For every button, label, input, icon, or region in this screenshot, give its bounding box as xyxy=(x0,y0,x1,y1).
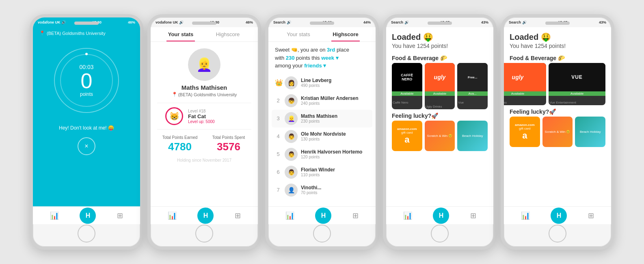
stats-screen: Your stats Highscore 👱‍♀️ Maths Mathisen… xyxy=(151,27,258,224)
lb-info-5: Henrik Halvorsen Hortemo 120 points xyxy=(301,149,369,159)
lb-row-5: 5 👨 Henrik Halvorsen Hortemo 120 points xyxy=(272,145,372,163)
lucky-amazon-5[interactable]: amazon.com gift card a xyxy=(510,117,540,147)
battery-4: 43% xyxy=(481,20,488,24)
offer-brand-ugly: Ugly Drinks xyxy=(425,105,455,109)
offer-card-nero[interactable]: CAFFÈ NERO Available 2x Free Coffee Caff… xyxy=(392,63,422,109)
status-bar-2: vodafone UK 🔊 15:30 46% xyxy=(151,17,258,27)
loaded-header-5: Loaded 🤑 You have 1254 points! xyxy=(504,27,611,52)
offer-card-vue-5[interactable]: VUE Available Free regular popcorn at Vu… xyxy=(549,63,605,105)
level-number: Level #18 xyxy=(188,109,243,113)
grid-nav-icon-2[interactable]: ⊞ xyxy=(235,211,241,220)
week-text: week ▾ xyxy=(321,55,338,61)
scan-dot xyxy=(85,53,88,55)
home-nav-button-2[interactable]: H xyxy=(197,208,214,224)
offer-brand-ugly-5: Ugly Drinks xyxy=(504,101,546,105)
home-nav-button-5[interactable]: H xyxy=(551,208,567,224)
offer-img-ugly-5: ugly xyxy=(504,63,546,91)
stats-nav-icon-2[interactable]: 📊 xyxy=(168,211,177,220)
lb-name-3: Maths Mathisen xyxy=(301,113,369,119)
scan-screen: 📍 (BETA) Goldsmiths University 00:03 0 p… xyxy=(33,27,140,224)
tab-highscore-3[interactable]: Highscore xyxy=(322,27,369,41)
lb-row-2: 2 👦 Kristian Müller Andersen 240 points xyxy=(272,92,372,110)
offer-title-vue-4: Free... xyxy=(457,96,488,101)
lb-avatar-6: 👨 xyxy=(285,166,298,179)
offer-card-ugly[interactable]: ugly Available 20% off Ugly Drinks Ugly … xyxy=(425,63,455,109)
carrier-1: vodafone UK 🔊 xyxy=(38,20,66,24)
close-button[interactable]: × xyxy=(78,137,95,155)
phone-2: vodafone UK 🔊 15:30 46% Your stats Highs… xyxy=(147,14,261,250)
time-3: 15:29 xyxy=(322,20,332,24)
stats-nav-icon[interactable]: 📊 xyxy=(50,211,59,220)
points-spent-box: Total Points Spent 3576 xyxy=(206,135,251,153)
battery-3: 44% xyxy=(363,20,371,24)
offer-card-vue-4[interactable]: Free... Ava... Free... Vue xyxy=(457,63,488,109)
offer-brand-vue-5: Vue Entertainment xyxy=(549,101,605,105)
offer-title-ugly: 20% off Ugly Drinks xyxy=(425,96,455,105)
lb-row-3: 3 👱‍♀️ Maths Mathisen 230 points xyxy=(272,110,372,128)
points-this-text: points this xyxy=(296,55,321,61)
home-nav-button-3[interactable]: H xyxy=(315,208,331,224)
bottom-nav-4: 📊 H ⊞ xyxy=(386,206,493,224)
home-nav-button[interactable]: H xyxy=(80,208,96,224)
rank-1: 👑 xyxy=(275,79,281,87)
tab-your-stats-3[interactable]: Your stats xyxy=(275,27,322,41)
sweet-text: Sweet 🤜, you are on xyxy=(275,47,327,53)
avatar: 👱‍♀️ xyxy=(188,48,220,81)
points-label: points xyxy=(80,91,93,97)
stats-nav-icon-5[interactable]: 📊 xyxy=(521,211,530,220)
profile-location: 📍 (BETA) Goldsmiths University xyxy=(172,92,237,97)
profile-name: Maths Mathisen xyxy=(182,84,227,91)
level-name: Fat Cat xyxy=(188,113,243,119)
tab-bar-3: Your stats Highscore xyxy=(268,27,376,42)
lucky-row-5: amazon.com gift card a Scratch & Win 😊 B… xyxy=(504,117,611,147)
food-section-title-4: Food & Beverage 🌮 xyxy=(386,52,493,63)
tab-highscore[interactable]: Highscore xyxy=(204,27,251,41)
battery-2: 46% xyxy=(246,20,253,24)
loaded-screen-4: Loaded 🤑 You have 1254 points! Food & Be… xyxy=(386,27,493,224)
earned-value: 4780 xyxy=(157,141,203,153)
offer-img-vue-4: Free... xyxy=(457,63,488,91)
tab-your-stats[interactable]: Your stats xyxy=(157,27,204,41)
points-display: 0 xyxy=(81,70,93,91)
level-section: 😸 Level #18 Fat Cat Level up: 5000 xyxy=(157,103,251,130)
lb-points-2: 240 points xyxy=(301,101,369,106)
stats-nav-icon-4[interactable]: 📊 xyxy=(403,211,412,220)
grid-nav-icon-3[interactable]: ⊞ xyxy=(352,211,359,220)
place-suffix: place xyxy=(337,47,349,53)
bottom-nav-1: 📊 H ⊞ xyxy=(33,206,140,224)
lucky-beach-5[interactable]: Beach Holiday xyxy=(575,117,605,147)
offer-card-ugly-5[interactable]: ugly Available 20% off Ugly Drinks Ugly … xyxy=(504,63,546,105)
lb-name-6: Florian Winder xyxy=(301,167,369,173)
phone-3: Search 🔊 15:29 44% Your stats Highscore … xyxy=(265,14,379,250)
lb-points-1: 490 points xyxy=(301,83,369,88)
lucky-scratch-5[interactable]: Scratch & Win 😊 xyxy=(542,117,573,147)
lb-name-4: Ole Mohr Nordviste xyxy=(301,131,369,137)
loaded-subtitle-5: You have 1254 points! xyxy=(510,43,605,49)
status-bar-3: Search 🔊 15:29 44% xyxy=(268,17,376,27)
loaded-title-5: Loaded 🤑 xyxy=(510,32,605,42)
lb-name-7: Vinothi... xyxy=(301,185,369,190)
level-info: Level #18 Fat Cat Level up: 5000 xyxy=(188,109,243,124)
available-badge-ugly: Available xyxy=(425,91,455,96)
bottom-nav-2: 📊 H ⊞ xyxy=(151,206,258,224)
grid-nav-icon[interactable]: ⊞ xyxy=(117,211,123,220)
grid-nav-icon-5[interactable]: ⊞ xyxy=(588,211,594,220)
home-nav-button-4[interactable]: H xyxy=(433,208,449,224)
pin-icon: 📍 xyxy=(39,30,45,36)
lb-info-6: Florian Winder 110 points xyxy=(301,167,369,177)
lucky-beach-4[interactable]: Beach Holiday xyxy=(457,121,488,151)
lb-avatar-7: 👤 xyxy=(285,184,298,197)
lucky-amazon-4[interactable]: amazon.com gift card a xyxy=(392,121,422,151)
stats-nav-icon-3[interactable]: 📊 xyxy=(285,211,294,220)
scan-circle[interactable]: 00:03 0 points xyxy=(54,48,119,113)
loaded-header-4: Loaded 🤑 You have 1254 points! xyxy=(386,27,493,52)
phones-container: vodafone UK 🔊 15:30 46% 📍 (BETA) Goldsmi… xyxy=(22,6,622,258)
rank-5: 5 xyxy=(275,151,281,157)
lb-info-4: Ole Mohr Nordviste 130 points xyxy=(301,131,369,141)
offer-brand-nero: Caffè Nero xyxy=(392,101,422,105)
grid-nav-icon-4[interactable]: ⊞ xyxy=(470,211,476,220)
lucky-scratch-4[interactable]: Scratch & Win 😊 xyxy=(425,121,455,151)
rank-6: 6 xyxy=(275,169,281,175)
offer-img-nero: CAFFÈ NERO xyxy=(392,63,422,91)
lb-points-5: 120 points xyxy=(301,155,369,159)
